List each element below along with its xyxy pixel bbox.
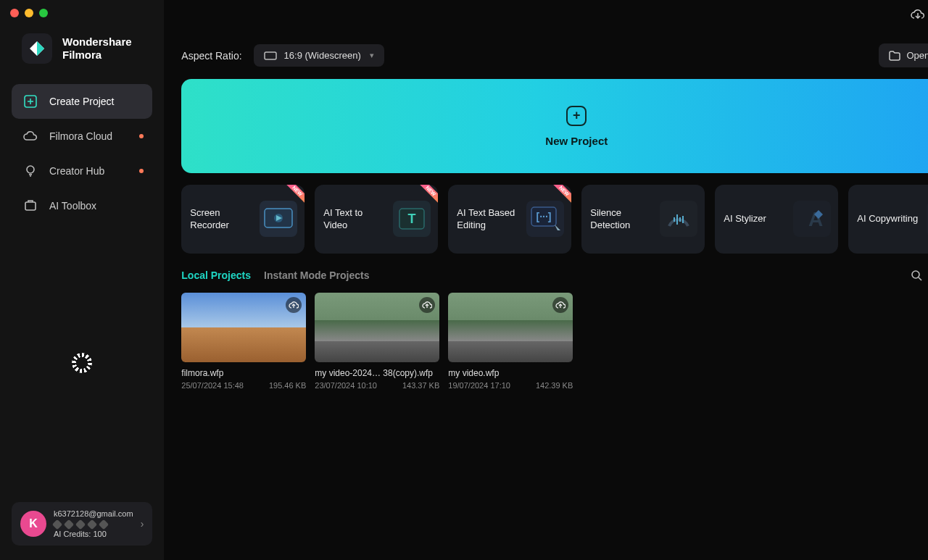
svg-point-5 [27,166,34,173]
tool-card[interactable]: Silence Detection [581,185,705,254]
project-size: 195.46 KB [269,381,306,390]
svg-text:T: T [408,212,416,226]
text-editing-icon: [···] [526,201,564,237]
svg-marker-1 [37,41,44,56]
folder-icon [889,51,900,61]
nav-label: Creator Hub [49,165,104,177]
aspect-ratio-value: 16:9 (Widescreen) [284,50,361,61]
new-project-label: New Project [545,135,608,147]
sidebar-item-ai-toolbox[interactable]: AI Toolbox [12,188,152,223]
open-project-button[interactable]: Open Project [879,43,928,67]
nav-label: Create Project [49,96,114,107]
tool-label: AI Text to Video [323,207,389,232]
project-meta: 23/07/2024 10:10143.37 KB [315,381,439,390]
svg-rect-25 [674,217,675,222]
nav-label: AI Toolbox [49,200,96,212]
sidebar-item-filmora-cloud[interactable]: Filmora Cloud [12,119,152,154]
top-row: Aspect Ratio: 16:9 (Widescreen) ▾ Open P… [164,0,928,79]
chevron-down-icon: ▾ [370,51,374,60]
chevron-right-icon: › [141,518,144,530]
cloud-upload-icon[interactable] [286,297,302,313]
account-badges [54,521,133,528]
svg-line-33 [919,277,921,280]
notification-dot [139,169,144,173]
search-icon[interactable] [911,269,922,281]
cloud-upload-icon[interactable] [552,297,568,313]
svg-rect-27 [679,217,681,222]
project-size: 142.39 KB [536,381,573,390]
tool-card[interactable]: AI Text to VideoT [315,185,438,254]
window-controls [0,0,164,26]
projects-grid: filmora.wfp25/07/2024 15:48195.46 KBmy v… [164,281,928,401]
avatar: K [20,511,46,537]
sidebar-nav: Create Project Filmora Cloud Creator Hub… [0,84,164,223]
silence-icon [660,201,697,237]
text-to-video-icon: T [393,201,431,237]
sidebar-item-creator-hub[interactable]: Creator Hub [12,154,152,188]
tool-label: Silence Detection [590,207,655,232]
aspect-icon [264,51,277,60]
app-brand: Wondershare Filmora [0,26,164,84]
ai-toolbox-icon [23,198,38,213]
tool-label: Screen Recorder [190,207,255,232]
sidebar: Wondershare Filmora Create Project Filmo… [0,0,164,560]
project-name: my video.wfp [448,368,573,378]
project-date: 23/07/2024 10:10 [315,381,377,390]
project-date: 19/07/2024 17:10 [448,381,510,390]
screen-recorder-icon [260,201,297,237]
tool-card[interactable]: AI Text Based Editing[···] [448,185,571,254]
cloud-download-icon[interactable] [911,9,925,22]
tool-label: AI Text Based Editing [457,207,522,232]
project-thumbnail [448,293,573,362]
minimize-window[interactable] [25,9,33,17]
svg-rect-26 [676,214,678,225]
cloud-icon [23,129,38,143]
sidebar-item-create-project[interactable]: Create Project [12,84,152,119]
tool-label: AI Copywriting [857,213,918,225]
stylizer-icon: A [793,201,831,237]
tool-card[interactable]: AI StylizerA [715,185,838,254]
tool-label: AI Stylizer [724,213,766,225]
account-credits: AI Credits: 100 [54,530,133,538]
main-panel: Aspect Ratio: 16:9 (Widescreen) ▾ Open P… [164,0,928,560]
project-name: filmora.wfp [181,368,306,378]
svg-rect-28 [682,216,684,223]
project-name: my video-2024… 38(copy).wfp [315,368,439,378]
brand-line2: Filmora [62,49,132,62]
project-card[interactable]: my video-2024… 38(copy).wfp23/07/2024 10… [315,293,439,390]
tab-instant-mode[interactable]: Instant Mode Projects [264,269,369,281]
project-thumbnail [181,293,306,362]
spinner-icon [72,353,92,373]
account-email: k6372128@gmail.com [54,509,133,518]
tool-card[interactable]: AI Copywriting [848,185,928,254]
svg-rect-16 [265,52,276,59]
account-card[interactable]: K k6372128@gmail.com AI Credits: 100 › [12,502,152,546]
maximize-window[interactable] [39,9,48,17]
project-card[interactable]: my video.wfp19/07/2024 17:10142.39 KB [448,293,573,390]
project-meta: 25/07/2024 15:48195.46 KB [181,381,306,390]
brand-line1: Wondershare [62,35,132,49]
header-icons [911,9,928,22]
nav-label: Filmora Cloud [49,130,112,142]
cloud-upload-icon[interactable] [419,297,435,313]
tab-local-projects[interactable]: Local Projects [181,269,251,281]
project-tabs: Local Projects Instant Mode Projects [164,254,928,281]
project-thumbnail [315,293,439,362]
project-date: 25/07/2024 15:48 [181,381,244,390]
project-card[interactable]: filmora.wfp25/07/2024 15:48195.46 KB [181,293,306,390]
plus-square-icon [23,94,38,109]
svg-point-32 [912,271,919,278]
aspect-ratio-select[interactable]: 16:9 (Widescreen) ▾ [254,44,384,67]
tool-card[interactable]: Screen Recorder [181,185,304,254]
svg-text:[···]: [···] [536,211,552,222]
loading-area [0,223,164,502]
open-project-label: Open Project [906,50,928,61]
bulb-icon [23,164,38,178]
new-project-button[interactable]: + New Project [181,79,928,173]
svg-marker-24 [555,225,560,230]
tools-row: Screen RecorderAI Text to VideoTAI Text … [164,173,928,254]
notification-dot [139,134,144,138]
aspect-ratio-label: Aspect Ratio: [181,50,241,62]
app-logo-icon [22,33,52,64]
close-window[interactable] [10,9,19,17]
